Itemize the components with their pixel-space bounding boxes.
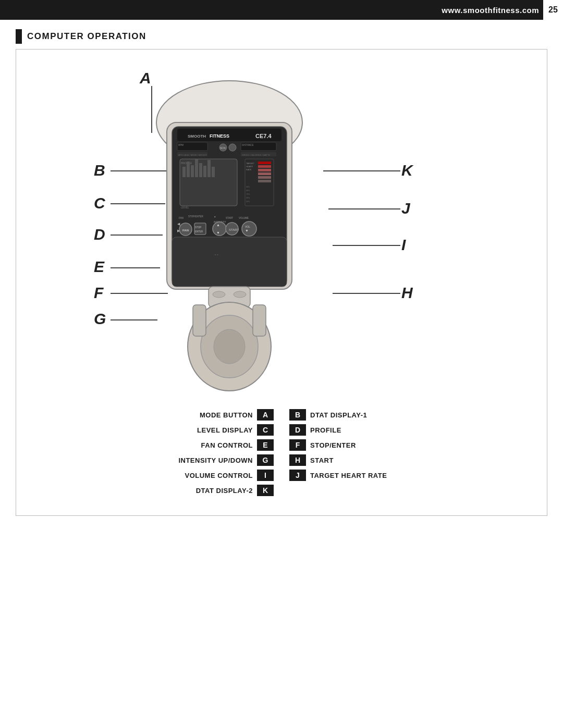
- label-b: B: [94, 162, 105, 179]
- diagram-area: A B K C J D I E F H: [47, 60, 516, 404]
- legend-row-intensity: INTENSITY UP/DOWN G: [42, 454, 274, 466]
- svg-point-63: [242, 221, 256, 236]
- legend-label-level-display: LEVEL DISPLAY: [175, 426, 253, 434]
- legend-left-col: MODE BUTTON A LEVEL DISPLAY C FAN CONTRO…: [42, 409, 274, 500]
- legend-row-volume: VOLUME CONTROL I: [42, 470, 274, 481]
- svg-text:FAN: FAN: [182, 229, 189, 232]
- legend-badge-k: K: [257, 485, 274, 496]
- legend-badge-i: I: [257, 470, 274, 481]
- svg-rect-26: [207, 160, 211, 177]
- legend-right-col: B DTAT DISPLAY-1 D PROFILE F STOP/ENTER …: [289, 409, 521, 500]
- legend-badge-g: G: [257, 454, 274, 466]
- svg-text:MPH / AGE / MODE / WEIGHT: MPH / AGE / MODE / WEIGHT: [178, 154, 207, 156]
- svg-text:70%: 70%: [246, 193, 250, 195]
- section-title: COMPUTER OPERATION: [27, 31, 146, 42]
- svg-rect-22: [191, 165, 194, 177]
- label-c: C: [94, 194, 105, 212]
- line-k: [323, 170, 400, 171]
- legend-label-target-hr: TARGET HEART RATE: [310, 472, 394, 479]
- page-number: 25: [543, 0, 563, 20]
- svg-text:▼: ▼: [245, 229, 249, 232]
- legend-badge-d: D: [289, 424, 306, 436]
- legend-row-stop-enter: F STOP/ENTER: [289, 439, 521, 451]
- svg-text:90%: 90%: [246, 186, 250, 188]
- svg-rect-38: [258, 180, 271, 182]
- legend-area: MODE BUTTON A LEVEL DISPLAY C FAN CONTRO…: [21, 409, 542, 500]
- svg-text:RPM: RPM: [178, 144, 183, 146]
- legend-row-empty: [289, 485, 521, 496]
- svg-text:LEVEL: LEVEL: [181, 206, 189, 209]
- legend-label-stop-enter: STOP/ENTER: [310, 441, 394, 449]
- svg-text:▲: ▲: [214, 215, 216, 218]
- legend-row-target-hr: J TARGET HEART RATE: [289, 470, 521, 481]
- svg-rect-35: [258, 169, 271, 171]
- svg-text:ENTER: ENTER: [195, 230, 203, 233]
- legend-row-level-display: LEVEL DISPLAY C: [42, 424, 274, 436]
- heading-bar-accent: [16, 29, 22, 44]
- svg-text:SPEED / CALORIES / WATTS: SPEED / CALORIES / WATTS: [242, 154, 270, 156]
- svg-text:VOLUME: VOLUME: [239, 217, 249, 219]
- legend-label-volume: VOLUME CONTROL: [175, 472, 253, 479]
- svg-text:SCN: SCN: [220, 146, 226, 150]
- svg-text:▼: ▼: [216, 231, 220, 235]
- svg-rect-24: [199, 163, 202, 177]
- svg-text:START: START: [226, 217, 234, 219]
- header-bar: www.smoothfitness.com 25: [0, 0, 563, 20]
- svg-text:DISTANCE: DISTANCE: [242, 144, 253, 146]
- svg-text:CE7.4: CE7.4: [255, 133, 272, 139]
- svg-text:80%: 80%: [246, 190, 250, 192]
- svg-text:HEART: HEART: [246, 165, 253, 168]
- svg-text:STOP/ENTER: STOP/ENTER: [188, 215, 203, 218]
- svg-text:SMOOTH: SMOOTH: [188, 134, 206, 139]
- svg-text:TARGET: TARGET: [246, 162, 254, 165]
- label-k: K: [401, 162, 413, 179]
- svg-rect-66: [172, 237, 287, 287]
- svg-rect-74: [193, 305, 206, 336]
- console-illustration: SMOOTH FITNESS CE7.4 SCN RPM MPH / AGE /…: [136, 70, 323, 396]
- svg-rect-33: [258, 162, 271, 164]
- svg-rect-21: [187, 162, 190, 177]
- line-j: [328, 208, 400, 209]
- svg-rect-25: [203, 166, 206, 177]
- svg-text:VOL: VOL: [245, 225, 250, 228]
- legend-badge-empty: [289, 485, 306, 496]
- section-heading: COMPUTER OPERATION: [16, 29, 547, 44]
- svg-point-73: [214, 329, 245, 364]
- svg-rect-75: [253, 305, 266, 336]
- legend-label-mode-button: MODE BUTTON: [175, 411, 253, 419]
- svg-rect-36: [258, 172, 271, 175]
- svg-text:START: START: [229, 228, 239, 231]
- legend-label-dtat1: DTAT DISPLAY-1: [310, 411, 394, 419]
- label-h: H: [401, 284, 413, 302]
- line-i: [333, 245, 400, 246]
- legend-badge-j: J: [289, 470, 306, 481]
- svg-rect-23: [195, 159, 198, 177]
- svg-point-70: [234, 291, 246, 298]
- line-h: [333, 293, 400, 294]
- website-url: www.smoothfitness.com: [442, 6, 543, 15]
- svg-point-8: [229, 144, 236, 151]
- label-i: I: [401, 236, 406, 254]
- svg-text:▲: ▲: [216, 223, 220, 227]
- svg-text:● ●: ● ●: [214, 253, 218, 256]
- legend-badge-f: F: [289, 439, 306, 451]
- legend-row-dtat2: DTAT DISPLAY-2 K: [42, 485, 274, 496]
- svg-point-69: [213, 291, 225, 298]
- legend-label-dtat2: DTAT DISPLAY-2: [175, 487, 253, 495]
- legend-badge-e: E: [257, 439, 274, 451]
- legend-row-mode-button: MODE BUTTON A: [42, 409, 274, 421]
- legend-label-profile: PROFILE: [310, 426, 394, 434]
- legend-row-fan-control: FAN CONTROL E: [42, 439, 274, 451]
- label-e: E: [94, 258, 104, 276]
- svg-rect-34: [258, 165, 271, 168]
- legend-badge-h: H: [289, 454, 306, 466]
- label-j: J: [401, 200, 410, 217]
- svg-rect-20: [182, 167, 186, 177]
- label-f: F: [94, 284, 103, 302]
- svg-text:FAN: FAN: [179, 217, 183, 219]
- svg-text:STOP: STOP: [195, 226, 201, 229]
- svg-text:FITNESS: FITNESS: [210, 133, 229, 139]
- svg-rect-37: [258, 176, 271, 179]
- legend-badge-b: B: [289, 409, 306, 421]
- legend-row-dtat1: B DTAT DISPLAY-1: [289, 409, 521, 421]
